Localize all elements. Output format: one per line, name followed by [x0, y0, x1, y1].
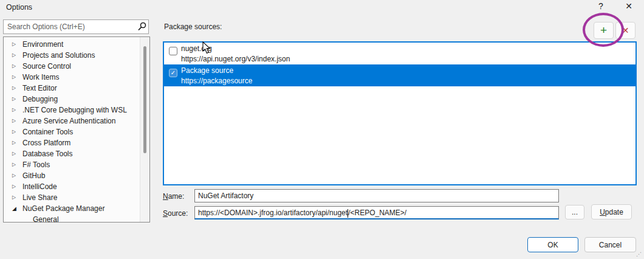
x-icon: ✕	[622, 26, 629, 35]
cancel-button[interactable]: Cancel	[584, 237, 636, 252]
chevron-right-icon: ▷	[12, 192, 22, 203]
plus-icon: +	[600, 24, 607, 37]
remove-source-button[interactable]: ✕	[615, 22, 635, 39]
chevron-right-icon: ▷	[12, 105, 22, 116]
tree-item-live-share[interactable]: ▷Live Share	[4, 192, 149, 203]
tree-item-debugging[interactable]: ▷Debugging	[4, 94, 149, 105]
tree-item-container-tools[interactable]: ▷Container Tools	[4, 126, 149, 137]
source-input[interactable]: https://<DOMAIN>.jfrog.io/artifactory/ap…	[194, 206, 559, 219]
chevron-right-icon: ▷	[12, 94, 22, 105]
tree-item-nuget-package-manager[interactable]: ◢NuGet Package Manager	[4, 203, 149, 214]
chevron-right-icon: ▷	[12, 116, 22, 126]
tree-item-database-tools[interactable]: ▷Database Tools	[4, 148, 149, 159]
chevron-right-icon: ▷	[12, 72, 22, 83]
tree-item-environment[interactable]: ▷Environment	[4, 39, 149, 50]
checkbox-unchecked-icon[interactable]	[169, 47, 177, 55]
chevron-right-icon: ▷	[12, 148, 22, 159]
chevron-right-icon: ▷	[12, 39, 22, 50]
source-label: Source:	[163, 209, 188, 218]
update-button[interactable]: Update	[591, 204, 632, 219]
search-icon	[136, 21, 148, 33]
tree-item-net-core-debugging-wsl[interactable]: ▷.NET Core Debugging with WSL	[4, 105, 149, 116]
package-sources-list: nuget.org https://api.nuget.org/v3/index…	[163, 41, 637, 185]
tree-item-intellicode[interactable]: ▷IntelliCode	[4, 181, 149, 192]
search-input[interactable]	[4, 22, 136, 31]
package-source-url: https://packagesource	[181, 76, 633, 86]
chevron-right-icon: ▷	[12, 126, 22, 137]
checkbox-checked-icon[interactable]: ✓	[169, 69, 177, 77]
help-icon[interactable]: ?	[593, 1, 609, 11]
package-source-row-nuget-org[interactable]: nuget.org https://api.nuget.org/v3/index…	[164, 43, 635, 64]
package-source-row-package-source[interactable]: ✓ Package source https://packagesource	[164, 64, 635, 86]
chevron-right-icon: ▷	[12, 137, 22, 148]
tree-item-general[interactable]: General	[4, 214, 149, 223]
chevron-right-icon: ▷	[12, 159, 22, 170]
package-sources-label: Package sources:	[164, 22, 222, 31]
chevron-expanded-icon: ◢	[12, 203, 22, 214]
tree-item-source-control[interactable]: ▷Source Control	[4, 61, 149, 72]
chevron-right-icon: ▷	[12, 170, 22, 181]
search-box	[3, 19, 149, 34]
options-tree: ▷Environment ▷Projects and Solutions ▷So…	[3, 36, 150, 223]
name-input[interactable]	[194, 189, 559, 202]
name-label: Name:	[163, 192, 184, 201]
browse-button[interactable]: ...	[565, 205, 584, 219]
add-source-button[interactable]: +	[594, 22, 614, 39]
ok-button[interactable]: OK	[527, 237, 578, 252]
chevron-right-icon: ▷	[12, 181, 22, 192]
tree-item-azure-service-authentication[interactable]: ▷Azure Service Authentication	[4, 116, 149, 126]
package-source-name: nuget.org	[181, 44, 633, 54]
tree-item-text-editor[interactable]: ▷Text Editor	[4, 83, 149, 94]
close-icon[interactable]: ✕	[621, 1, 637, 11]
tree-item-github[interactable]: ▷GitHub	[4, 170, 149, 181]
tree-scrollbar-thumb[interactable]	[143, 46, 146, 153]
window-title: Options	[6, 3, 32, 12]
tree-item-fsharp-tools[interactable]: ▷F# Tools	[4, 159, 149, 170]
package-source-name: Package source	[181, 66, 633, 76]
tree-item-cross-platform[interactable]: ▷Cross Platform	[4, 137, 149, 148]
chevron-right-icon: ▷	[12, 61, 22, 72]
package-source-url: https://api.nuget.org/v3/index.json	[181, 54, 633, 64]
tree-item-work-items[interactable]: ▷Work Items	[4, 72, 149, 83]
chevron-right-icon: ▷	[12, 83, 22, 94]
tree-item-projects-and-solutions[interactable]: ▷Projects and Solutions	[4, 50, 149, 61]
resize-grip[interactable]: ⋰	[636, 251, 642, 257]
chevron-right-icon: ▷	[12, 50, 22, 61]
